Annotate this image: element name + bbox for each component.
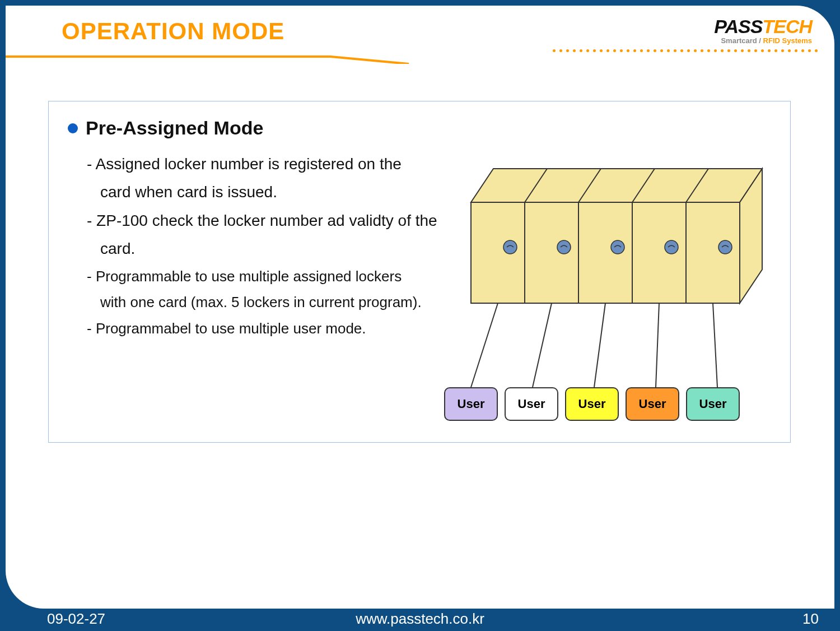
svg-point-17	[718, 240, 732, 254]
svg-point-14	[557, 240, 571, 254]
footer-url: www.passtech.co.kr	[356, 610, 484, 628]
footer: 09-02-27 www.passtech.co.kr 10	[0, 610, 840, 628]
footer-date: 09-02-27	[47, 610, 105, 628]
locker-svg-icon	[421, 157, 779, 426]
logo-pass: PASS	[714, 16, 762, 37]
heading-text: Pre-Assigned Mode	[86, 117, 263, 139]
svg-line-19	[533, 303, 552, 387]
locker-diagram: User User User User User	[421, 157, 779, 426]
bullet-icon	[68, 123, 78, 133]
user-card: User	[505, 387, 558, 421]
logo-sub-b: RFID Systems	[763, 36, 812, 45]
user-card: User	[444, 387, 498, 421]
svg-marker-2	[471, 169, 762, 202]
user-card: User	[686, 387, 740, 421]
decor-dots	[553, 49, 818, 52]
svg-point-16	[665, 240, 678, 254]
svg-line-22	[713, 303, 717, 387]
svg-line-21	[656, 303, 659, 387]
user-card: User	[626, 387, 679, 421]
slide-title: OPERATION MODE	[62, 18, 284, 45]
svg-point-13	[503, 240, 517, 254]
user-row: User User User User User	[444, 387, 740, 421]
logo: PASSTECH Smartcard / RFID Systems	[714, 16, 812, 45]
logo-sub-a: Smartcard /	[721, 36, 763, 45]
content-box: Pre-Assigned Mode - Assigned locker numb…	[48, 101, 791, 443]
logo-tech: TECH	[762, 16, 812, 37]
title-bar: OPERATION MODE	[62, 18, 284, 45]
svg-line-18	[471, 303, 498, 387]
section-heading: Pre-Assigned Mode	[68, 117, 778, 139]
svg-line-20	[594, 303, 605, 387]
svg-line-1	[330, 57, 409, 64]
user-card: User	[565, 387, 619, 421]
svg-point-15	[611, 240, 624, 254]
logo-subtitle: Smartcard / RFID Systems	[714, 36, 812, 45]
footer-page: 10	[802, 610, 819, 628]
slide-card: OPERATION MODE PASSTECH Smartcard / RFID…	[6, 6, 834, 609]
